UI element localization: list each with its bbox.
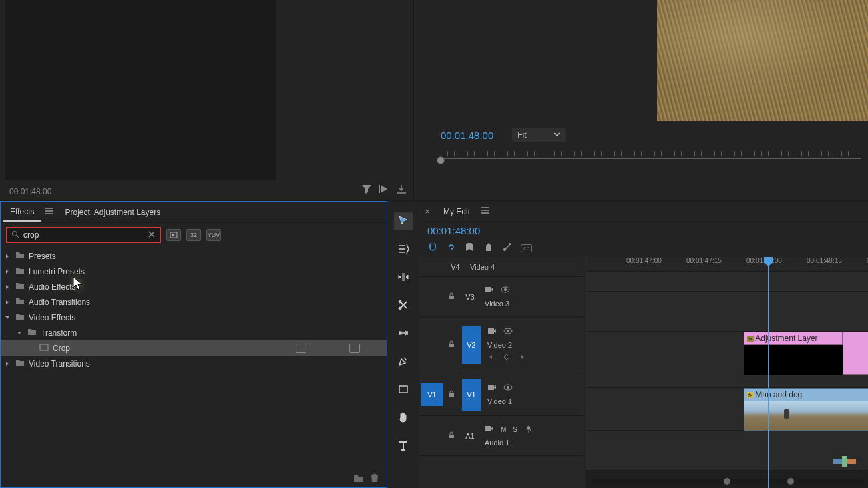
effects-search-input[interactable] (23, 230, 144, 240)
zoom-handle-left[interactable] (724, 478, 730, 485)
track-tag-v3[interactable]: V3 (462, 289, 478, 305)
toggle-output-icon[interactable] (485, 286, 494, 296)
tab-effects[interactable]: Effects (3, 203, 41, 222)
fit-label: Fit (517, 130, 526, 140)
lock-icon[interactable] (447, 431, 455, 441)
lock-icon[interactable] (447, 389, 455, 399)
voiceover-icon[interactable] (524, 425, 533, 435)
lane-v2[interactable]: fxAdjustment Layer (586, 332, 868, 388)
track-header-v1[interactable]: V1 V1 Video 1 (419, 373, 586, 416)
pen-tool[interactable] (394, 352, 413, 371)
folder-icon (15, 266, 25, 276)
svg-rect-13 (488, 328, 494, 334)
timeline-tracks[interactable]: 00:01:47:00 00:01:47:15 00:01:48:00 00:0… (586, 257, 868, 488)
toggle-output-icon[interactable] (485, 425, 494, 435)
track-header-v3[interactable]: V3 Video 3 (419, 277, 586, 317)
next-keyframe-icon[interactable] (519, 353, 526, 362)
track-select-tool[interactable] (394, 240, 413, 258)
clip-pink-extension[interactable] (843, 332, 868, 375)
marker-icon[interactable] (483, 242, 494, 254)
folder-icon (27, 328, 37, 338)
playhead[interactable] (768, 257, 769, 488)
tree-presets[interactable]: Presets (1, 248, 387, 264)
track-header-v2[interactable]: V2 Video 2 (419, 317, 586, 373)
filter-icon[interactable] (361, 184, 372, 196)
clip-man-and-dog[interactable]: fxMan and dog (744, 388, 868, 431)
program-timecode: 00:01:48:00 (441, 130, 493, 141)
scrubber-head[interactable] (437, 156, 445, 164)
tree-lumetri[interactable]: Lumetri Presets (1, 264, 387, 279)
hand-tool[interactable] (394, 408, 413, 427)
prev-keyframe-icon[interactable] (487, 353, 494, 362)
track-tag-v1[interactable]: V1 (462, 379, 481, 411)
toggle-output-icon[interactable] (487, 383, 497, 393)
zoom-fit-dropdown[interactable]: Fit (512, 128, 565, 142)
lane-v1[interactable]: fxMan and dog (586, 388, 868, 431)
type-tool[interactable] (394, 436, 413, 455)
svg-point-11 (504, 288, 507, 291)
track-tag-a1[interactable]: A1 (462, 428, 478, 444)
cc-icon[interactable]: cc (521, 244, 532, 252)
svg-rect-23 (833, 459, 843, 464)
lock-icon[interactable] (447, 340, 455, 350)
clip-adj-body[interactable] (744, 345, 843, 375)
src-patch-v1[interactable]: V1 (421, 383, 443, 406)
effects-search-box[interactable] (6, 227, 161, 243)
eye-icon[interactable] (501, 286, 510, 296)
add-keyframe-icon[interactable] (503, 353, 510, 362)
tree-audio-transitions[interactable]: Audio Transitions (1, 294, 387, 310)
solo-button[interactable]: S (513, 426, 517, 433)
eye-icon[interactable] (503, 383, 513, 393)
rectangle-tool[interactable] (394, 380, 413, 399)
slip-tool[interactable] (394, 324, 413, 342)
svg-point-7 (503, 248, 506, 251)
zoom-handle-right[interactable] (787, 478, 794, 485)
razor-tool[interactable] (394, 296, 413, 314)
eye-icon[interactable] (503, 327, 513, 337)
linked-selection-icon[interactable] (446, 242, 457, 254)
tree-transform[interactable]: Transform (1, 325, 387, 340)
program-scrubber[interactable] (441, 151, 861, 164)
lane-v3[interactable] (586, 292, 868, 332)
track-header-v4[interactable]: V4 Video 4 (419, 257, 586, 277)
settings-icon[interactable] (502, 242, 513, 254)
markers-icon[interactable] (465, 242, 475, 254)
timeline-timecode[interactable]: 00:01:48:00 (419, 222, 868, 239)
32bit-badge[interactable]: 32 (186, 229, 201, 241)
selection-tool[interactable] (394, 212, 413, 230)
tree-audio-effects[interactable]: Audio Effects (1, 279, 387, 294)
clear-search-icon[interactable] (148, 230, 156, 240)
program-preview[interactable] (657, 0, 868, 121)
export-icon[interactable] (396, 184, 407, 196)
lock-icon[interactable] (447, 292, 455, 302)
ripple-edit-tool[interactable] (394, 268, 413, 286)
effect-icon (39, 343, 49, 353)
toggle-output-icon[interactable] (487, 327, 497, 337)
trash-icon[interactable] (369, 473, 380, 485)
track-tag-v2[interactable]: V2 (462, 326, 481, 364)
tree-video-effects[interactable]: Video Effects (1, 310, 387, 325)
tree-crop-effect[interactable]: Crop (1, 340, 387, 356)
track-tag-v4[interactable]: V4 (447, 259, 463, 275)
svg-rect-20 (449, 435, 454, 438)
snap-icon[interactable] (427, 242, 438, 254)
source-preview[interactable] (5, 0, 276, 180)
track-header-a1[interactable]: A1 M S Audio 1 (419, 416, 586, 456)
accelerated-badge[interactable] (166, 229, 181, 241)
lane-v4[interactable] (586, 272, 868, 292)
tab-project[interactable]: Project: Adjustment Layers (58, 204, 167, 221)
sequence-tab[interactable]: My Edit (437, 203, 477, 220)
timeline-zoom-scrollbar[interactable] (590, 479, 864, 484)
mute-button[interactable]: M (501, 426, 506, 433)
svg-rect-21 (485, 426, 491, 431)
panel-menu-icon[interactable] (481, 206, 490, 217)
playback-icon[interactable] (379, 184, 389, 196)
tree-video-transitions[interactable]: Video Transitions (1, 356, 387, 371)
new-bin-icon[interactable] (353, 473, 364, 485)
clip-adjustment-layer[interactable]: fxAdjustment Layer (744, 332, 843, 345)
timeline-ruler[interactable]: 00:01:47:00 00:01:47:15 00:01:48:00 00:0… (586, 257, 868, 272)
yuv-badge[interactable]: YUV (206, 229, 221, 241)
panel-menu-icon[interactable] (45, 206, 54, 218)
close-icon[interactable]: × (422, 207, 433, 216)
lane-a1[interactable] (586, 431, 868, 471)
